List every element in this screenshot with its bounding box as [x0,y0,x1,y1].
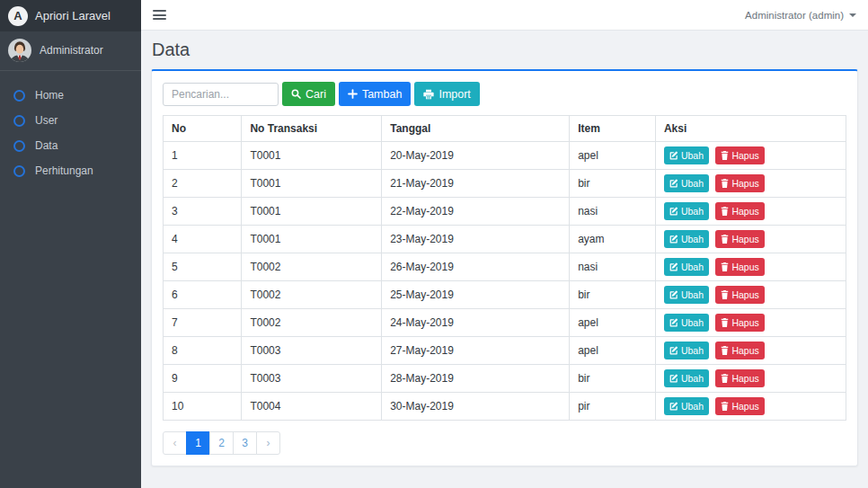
hapus-button[interactable]: Hapus [715,174,764,192]
user-panel: Administrator [0,31,141,71]
cell-no-transaksi: T0004 [242,393,382,421]
cell-no: 5 [164,253,242,281]
user-dropdown[interactable]: Administrator (admin) [745,10,856,21]
cell-no: 9 [164,365,242,393]
hapus-button[interactable]: Hapus [715,314,764,332]
main-area: Administrator (admin) Data Cari [141,0,868,488]
toolbar: Cari Tambah [163,82,846,106]
hapus-button[interactable]: Hapus [715,202,764,220]
cell-no-transaksi: T0002 [242,253,382,281]
tambah-button[interactable]: Tambah [339,82,411,106]
hapus-button-label: Hapus [731,206,758,217]
cell-aksi: Ubah Hapus [655,170,846,198]
cell-item: ayam [570,226,656,253]
edit-icon [669,151,678,160]
trash-icon [721,346,729,355]
hapus-button-label: Hapus [731,345,758,356]
ubah-button[interactable]: Ubah [664,369,709,387]
cell-tanggal: 28-May-2019 [382,365,570,393]
circle-icon [13,165,25,177]
hapus-button[interactable]: Hapus [715,369,764,387]
cari-button[interactable]: Cari [282,82,335,106]
cell-no: 4 [164,226,242,253]
edit-icon [669,262,678,271]
cell-no-transaksi: T0001 [242,198,382,226]
cell-no-transaksi: T0002 [242,281,382,309]
user-panel-name: Administrator [40,44,103,57]
search-input[interactable] [163,83,279,106]
hapus-button[interactable]: Hapus [715,258,764,276]
ubah-button[interactable]: Ubah [664,230,709,248]
table-row: 7 T0002 24-May-2019 apel Ubah Hapus [164,309,846,337]
table-row: 1 T0001 20-May-2019 apel Ubah Hapus [164,142,846,170]
edit-icon [669,290,678,299]
sidebar-item-home[interactable]: Home [0,83,141,108]
pagination-page-1[interactable]: 1 [186,431,210,455]
cell-no-transaksi: T0003 [242,365,382,393]
cell-item: pir [570,393,656,421]
pagination-next[interactable]: › [256,431,280,455]
cell-tanggal: 20-May-2019 [382,142,570,170]
pagination-prev[interactable]: ‹ [163,431,187,455]
cell-tanggal: 22-May-2019 [382,198,570,226]
edit-icon [669,346,678,355]
column-header: Item [570,116,656,142]
pagination-page-3[interactable]: 3 [233,431,257,455]
sidebar-item-user[interactable]: User [0,108,141,133]
search-icon [291,89,301,99]
ubah-button[interactable]: Ubah [664,342,709,359]
ubah-button-label: Ubah [681,401,704,412]
sidebar-menu: Home User Data Perhitungan [0,71,141,195]
import-button[interactable]: Import [414,82,479,106]
cell-tanggal: 21-May-2019 [382,170,570,198]
trash-icon [721,374,729,383]
ubah-button[interactable]: Ubah [664,174,709,192]
cell-tanggal: 25-May-2019 [382,281,570,309]
ubah-button[interactable]: Ubah [664,397,709,415]
cell-item: apel [570,142,656,170]
cell-aksi: Ubah Hapus [655,365,846,393]
cell-no-transaksi: T0001 [242,226,382,253]
trash-icon [721,207,729,216]
table-row: 4 T0001 23-May-2019 ayam Ubah Hapus [164,226,846,253]
circle-icon [13,140,25,152]
brand-title: Apriori Laravel [35,9,111,22]
cell-aksi: Ubah Hapus [655,393,846,421]
cell-no: 7 [164,309,242,337]
user-dropdown-label: Administrator (admin) [745,10,844,21]
cell-item: nasi [570,198,656,226]
cell-no-transaksi: T0003 [242,337,382,365]
pagination-page-2[interactable]: 2 [209,431,234,455]
cell-no-transaksi: T0001 [242,142,382,170]
ubah-button[interactable]: Ubah [664,258,709,276]
topbar: Administrator (admin) [141,0,868,31]
hapus-button[interactable]: Hapus [715,342,764,359]
ubah-button[interactable]: Ubah [664,202,709,220]
hapus-button[interactable]: Hapus [715,397,764,415]
tambah-button-label: Tambah [362,88,402,101]
hapus-button[interactable]: Hapus [715,286,764,304]
sidebar-item-perhitungan[interactable]: Perhitungan [0,158,141,183]
trash-icon [721,262,729,271]
edit-icon [669,207,678,216]
data-table: NoNo TransaksiTanggalItemAksi 1 T0001 20… [163,115,846,421]
ubah-button-label: Ubah [681,317,704,328]
circle-icon [13,90,25,102]
column-header: No [164,116,242,142]
data-card: Cari Tambah [151,69,858,466]
hapus-button[interactable]: Hapus [715,146,764,164]
sidebar-toggle-icon[interactable] [153,6,166,23]
ubah-button[interactable]: Ubah [664,146,709,164]
sidebar-item-label: Data [35,139,58,152]
cell-item: apel [570,337,656,365]
sidebar-item-data[interactable]: Data [0,133,141,158]
ubah-button-label: Ubah [681,289,704,300]
trash-icon [721,235,729,244]
cell-item: nasi [570,253,656,281]
column-header: Tanggal [382,116,570,142]
hapus-button-label: Hapus [731,289,758,300]
ubah-button[interactable]: Ubah [664,314,709,332]
cell-tanggal: 27-May-2019 [382,337,570,365]
ubah-button[interactable]: Ubah [664,286,709,304]
hapus-button[interactable]: Hapus [715,230,764,248]
